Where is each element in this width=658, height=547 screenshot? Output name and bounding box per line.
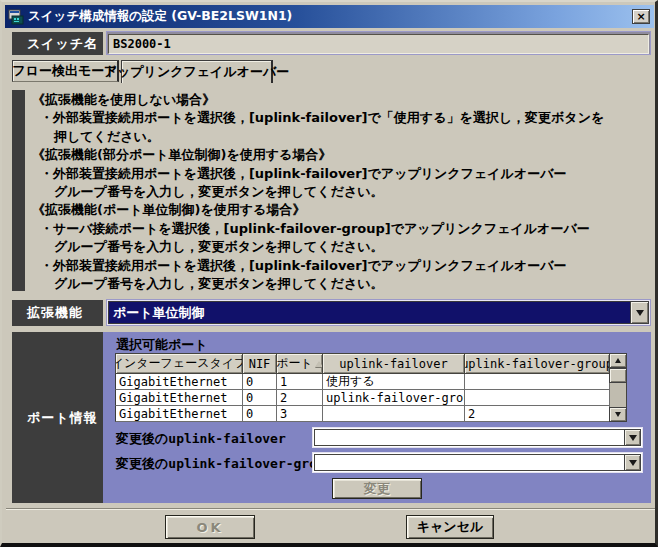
instruction-line: グループ番号を入力し，変更ボタンを押してください。	[54, 238, 647, 256]
switch-name-field-frame	[106, 31, 651, 55]
port-table: インターフェースタイプ NIF ポート uplink-failover upli…	[115, 353, 627, 422]
column-header-port[interactable]: ポート	[277, 353, 323, 374]
instruction-text: 《拡張機能を使用しない場合》 ・外部装置接続用ポートを選択後，[uplink-f…	[32, 91, 647, 293]
instruction-line: ・外部装置接続用ポートを選択後，[uplink-failover]でアップリンク…	[40, 257, 647, 275]
instruction-line: 《拡張機能(ポート単位制御)を使用する場合》	[32, 201, 647, 219]
after-uplink-failover-dropdown-button[interactable]	[624, 429, 641, 446]
cancel-button[interactable]: キャンセル	[406, 515, 494, 539]
after-uplink-failover-group-select[interactable]	[312, 452, 643, 473]
chevron-down-icon	[629, 460, 637, 466]
extension-dropdown-button[interactable]	[630, 301, 649, 324]
title-bar: スイッチ構成情報の設定 (GV-BE2LSW1N1) ×	[5, 5, 654, 28]
port-info-label: ポート情報	[12, 332, 103, 503]
selectable-ports-label: 選択可能ポート	[116, 336, 208, 354]
sort-ascending-icon	[315, 361, 323, 367]
after-uplink-failover-label: 変更後のuplink-failover	[116, 430, 286, 448]
change-button[interactable]: 変更	[332, 478, 422, 499]
after-uplink-failover-value	[314, 429, 624, 446]
close-button[interactable]: ×	[632, 9, 650, 24]
extension-function-value: ポート単位制御	[108, 301, 630, 324]
switch-name-label: スイッチ名	[12, 32, 103, 55]
extension-function-select[interactable]: ポート単位制御	[106, 299, 651, 326]
chevron-down-icon	[636, 310, 644, 316]
footer-divider	[6, 508, 656, 510]
instruction-line: 《拡張機能(部分ポート単位制御)を使用する場合》	[32, 146, 647, 164]
instruction-line: ・外部装置接続用ポートを選択後，[uplink-failover]で「使用する」…	[40, 109, 647, 127]
ok-button[interactable]: OK	[165, 515, 255, 539]
after-uplink-failover-group-value	[314, 454, 624, 471]
table-scrollbar[interactable]	[610, 353, 627, 422]
column-header-uplink-failover[interactable]: uplink-failover	[323, 353, 465, 374]
after-uplink-failover-group-dropdown-button[interactable]	[624, 454, 641, 471]
column-header-uplink-failover-group[interactable]: uplink-failover-group	[465, 353, 610, 374]
after-uplink-failover-group-label: 変更後のuplink-failover-group	[116, 455, 333, 473]
after-uplink-failover-select[interactable]	[312, 427, 643, 448]
instruction-line: ・外部装置接続用ポートを選択後，[uplink-failover]でアップリンク…	[40, 165, 647, 183]
scrollbar-thumb[interactable]	[609, 368, 627, 383]
port-info-panel: 選択可能ポート インターフェースタイプ NIF ポート uplink-failo…	[103, 332, 651, 503]
chevron-up-icon	[615, 358, 621, 363]
port-table-header: インターフェースタイプ NIF ポート uplink-failover upli…	[115, 353, 610, 374]
window-title: スイッチ構成情報の設定 (GV-BE2LSW1N1)	[28, 8, 292, 25]
switch-config-dialog: スイッチ構成情報の設定 (GV-BE2LSW1N1) × スイッチ名 フロー検出…	[0, 0, 658, 547]
switch-name-input[interactable]	[108, 34, 649, 54]
table-row[interactable]: GigabitEthernet 0 2 uplink-failover-grou…	[115, 390, 610, 406]
table-row[interactable]: GigabitEthernet 0 3 2	[115, 406, 610, 422]
scroll-down-button[interactable]	[609, 407, 627, 422]
instruction-line: グループ番号を入力し，変更ボタンを押してください。	[54, 275, 647, 293]
instruction-line: ・サーバ接続ポートを選択後，[uplink-failover-group]でアッ…	[40, 220, 647, 238]
scroll-up-button[interactable]	[609, 353, 627, 368]
instruction-side-bar	[12, 90, 25, 291]
instruction-line: 押してください。	[54, 128, 647, 146]
chevron-down-icon	[629, 435, 637, 441]
extension-function-label: 拡張機能	[12, 300, 103, 326]
column-header-interface-type[interactable]: インターフェースタイプ	[115, 353, 243, 374]
switch-app-icon	[8, 9, 24, 25]
table-row[interactable]: GigabitEthernet 0 1 使用する	[115, 374, 610, 390]
chevron-down-icon	[615, 412, 621, 417]
tab-uplink-failover[interactable]: アップリンクフェイルオーバー	[121, 60, 273, 83]
instruction-line: 《拡張機能を使用しない場合》	[32, 91, 647, 109]
close-icon: ×	[636, 11, 645, 22]
instruction-line: グループ番号を入力し，変更ボタンを押してください。	[54, 183, 647, 201]
column-header-nif[interactable]: NIF	[243, 353, 277, 374]
